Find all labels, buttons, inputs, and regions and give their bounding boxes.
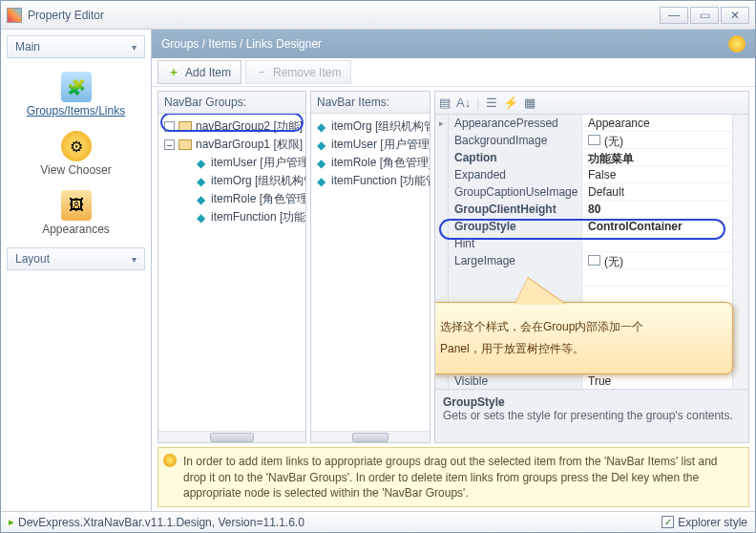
list-item[interactable]: ◆itemRole [角色管理] xyxy=(313,154,428,172)
sidebar-item-appearances[interactable]: 🖼 Appearances xyxy=(1,182,151,242)
property-value[interactable] xyxy=(582,235,748,252)
description-text: Gets or sets the style for presenting th… xyxy=(443,409,741,422)
callout-line: Panel，用于放置树控件等。 xyxy=(440,338,721,360)
expand-icon xyxy=(435,373,449,389)
tree-item-label: itemOrg [组织机构管理] xyxy=(211,173,305,189)
titlebar[interactable]: Property Editor — ▭ ✕ xyxy=(1,1,755,30)
expand-icon xyxy=(435,183,449,201)
hint-bulb-icon[interactable] xyxy=(728,35,746,53)
property-row[interactable]: Hint xyxy=(435,235,748,252)
sidebar-item-groups[interactable]: 🧩 Groups/Items/Links xyxy=(1,64,151,123)
grid-toolbar: ▤ A↓ | ☰ ⚡ ▦ xyxy=(435,92,748,115)
item-diamond-icon: ◆ xyxy=(197,157,205,170)
pages-icon[interactable]: ▦ xyxy=(524,96,536,110)
sidebar-layout-label: Layout xyxy=(15,252,50,266)
h-scrollbar[interactable] xyxy=(311,431,430,442)
list-item-label: itemFunction [功能管理] xyxy=(331,173,430,189)
property-value[interactable]: Default xyxy=(582,183,748,201)
property-value[interactable]: False xyxy=(582,166,748,183)
add-item-label: Add Item xyxy=(185,66,231,79)
list-item[interactable]: ◆itemUser [用户管理] xyxy=(313,136,428,154)
tree-item[interactable]: ◆itemFunction [功能管理] xyxy=(160,208,304,226)
property-row[interactable]: Caption功能菜单 xyxy=(435,149,748,166)
tree-item[interactable]: ◆itemRole [角色管理] xyxy=(160,190,304,208)
property-value[interactable]: ControlContainer xyxy=(582,218,748,235)
viewchooser-icon: ⚙ xyxy=(61,131,92,161)
expand-icon xyxy=(435,252,449,269)
description-title: GroupStyle xyxy=(443,395,741,409)
item-diamond-icon: ◆ xyxy=(317,139,326,152)
property-value[interactable]: 80 xyxy=(582,201,748,218)
sidebar: Main ▾ 🧩 Groups/Items/Links ⚙ View Choos… xyxy=(1,30,152,511)
property-row[interactable]: GroupClientHeight80 xyxy=(435,201,748,218)
close-button[interactable]: ✕ xyxy=(721,7,749,24)
property-row[interactable] xyxy=(435,269,748,287)
groups-tree[interactable]: navBarGroup2 [功能]–navBarGroup1 [权限]◆item… xyxy=(158,114,305,442)
items-list[interactable]: ◆itemOrg [组织机构管理]◆itemUser [用户管理]◆itemRo… xyxy=(311,114,430,442)
tree-item[interactable]: navBarGroup2 [功能] xyxy=(160,117,304,136)
property-value[interactable]: Appearance xyxy=(582,115,748,132)
list-item[interactable]: ◆itemFunction [功能管理] xyxy=(313,172,428,190)
property-value[interactable]: True xyxy=(582,373,748,389)
property-row[interactable]: VisibleTrue xyxy=(435,373,748,389)
expand-icon xyxy=(435,269,449,287)
minimize-button[interactable]: — xyxy=(660,7,688,24)
add-item-button[interactable]: ＋ Add Item xyxy=(158,60,242,84)
chevron-down-icon: ▾ xyxy=(132,254,136,265)
leaf-box-icon[interactable] xyxy=(164,121,175,132)
item-diamond-icon: ◆ xyxy=(317,120,326,134)
events-icon[interactable]: ⚡ xyxy=(503,96,518,110)
property-row[interactable]: BackgroundImage(无) xyxy=(435,132,748,149)
sidebar-section-main[interactable]: Main ▾ xyxy=(7,35,145,58)
maximize-button[interactable]: ▭ xyxy=(690,7,719,24)
hint-box: In order to add item links to appropriat… xyxy=(158,447,749,507)
tree-item-label: itemRole [角色管理] xyxy=(211,191,305,207)
collapse-box-icon[interactable]: – xyxy=(164,139,175,150)
item-diamond-icon: ◆ xyxy=(197,211,205,224)
property-value[interactable]: (无) xyxy=(582,132,748,149)
toolbar: ＋ Add Item － Remove Item xyxy=(152,58,755,87)
explorer-style-checkbox[interactable]: ✓ Explorer style xyxy=(662,516,747,529)
property-value[interactable]: (无) xyxy=(582,252,748,269)
property-row[interactable]: ▸AppearancePressedAppearance xyxy=(435,115,748,132)
swatch-icon xyxy=(588,135,600,145)
plus-icon: ＋ xyxy=(168,64,179,80)
tree-item[interactable]: ◆itemUser [用户管理] xyxy=(160,154,304,172)
divider: | xyxy=(476,96,479,110)
property-value[interactable]: 功能菜单 xyxy=(582,149,748,166)
list-item[interactable]: ◆itemOrg [组织机构管理] xyxy=(313,117,428,136)
h-scrollbar[interactable] xyxy=(158,431,305,442)
callout-line: 选择这个样式，会在Group内部添加一个 xyxy=(440,316,721,338)
remove-item-label: Remove Item xyxy=(273,66,341,79)
tree-item-label: navBarGroup1 [权限] xyxy=(196,137,303,153)
alphabetical-icon[interactable]: A↓ xyxy=(456,96,471,110)
item-diamond-icon: ◆ xyxy=(317,175,326,188)
assembly-label: DevExpress.XtraNavBar.v11.1.Design, Vers… xyxy=(18,516,304,529)
categorized-icon[interactable]: ▤ xyxy=(439,96,451,110)
property-name: Visible xyxy=(449,373,582,389)
list-item-label: itemOrg [组织机构管理] xyxy=(331,118,430,135)
expand-icon xyxy=(435,149,449,166)
property-row[interactable]: LargeImage(无) xyxy=(435,252,748,269)
app-icon xyxy=(7,8,22,23)
panel-title: NavBar Groups: xyxy=(158,92,305,114)
tree-item[interactable]: –navBarGroup1 [权限] xyxy=(160,136,304,154)
tree-item[interactable]: ◆itemOrg [组织机构管理] xyxy=(160,172,304,190)
sidebar-item-viewchooser[interactable]: ⚙ View Chooser xyxy=(1,123,151,182)
property-row[interactable]: ExpandedFalse xyxy=(435,166,748,183)
item-diamond-icon: ◆ xyxy=(197,193,205,206)
property-grid[interactable]: ▸AppearancePressedAppearanceBackgroundIm… xyxy=(435,115,748,389)
property-row[interactable]: GroupStyleControlContainer xyxy=(435,218,748,235)
page-header: Groups / Items / Links Designer xyxy=(152,30,755,58)
expand-icon[interactable]: ▸ xyxy=(435,115,449,132)
sidebar-section-layout[interactable]: Layout ▾ xyxy=(7,247,145,270)
property-value[interactable] xyxy=(582,269,748,287)
chevron-down-icon: ▾ xyxy=(132,42,136,53)
status-bar: DevExpress.XtraNavBar.v11.1.Design, Vers… xyxy=(1,511,755,532)
properties-icon[interactable]: ☰ xyxy=(486,96,497,110)
panel-title: NavBar Items: xyxy=(311,92,430,114)
tree-item-label: itemFunction [功能管理] xyxy=(211,209,305,225)
v-scrollbar[interactable] xyxy=(732,115,748,389)
property-row[interactable]: GroupCaptionUseImageDefault xyxy=(435,183,748,201)
expand-icon xyxy=(435,235,449,252)
